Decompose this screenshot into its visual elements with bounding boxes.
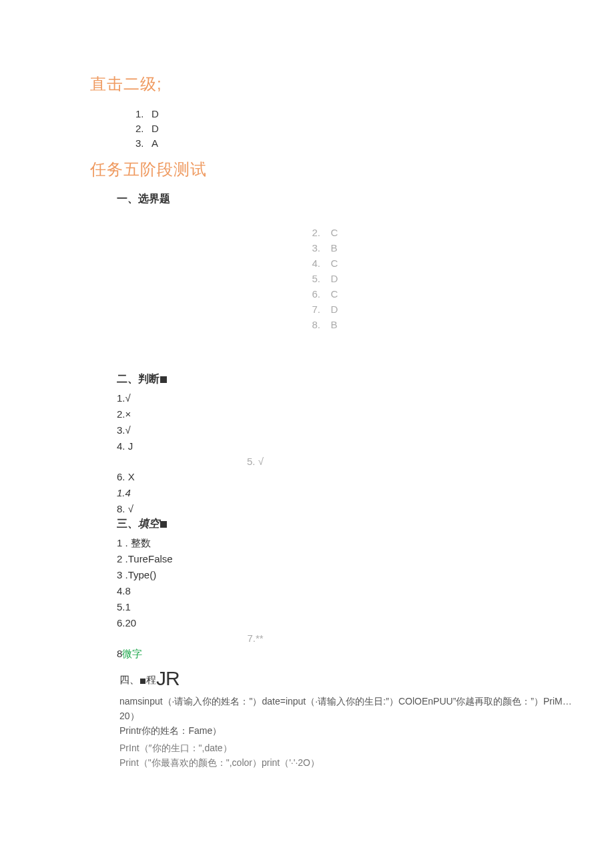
answer-row: 5.D (312, 271, 359, 286)
list-item: 2.D (135, 121, 581, 136)
answer-row: 6.C (312, 286, 359, 302)
judge-line: 1.4 (117, 485, 581, 501)
fill-line: 4.8 (117, 583, 581, 599)
judge-line: 2.× (117, 406, 581, 422)
part3-block: 三、填空 1 . 整数 2 .TureFalse 3 .Type() 4.8 5… (117, 517, 581, 631)
part2-block-cont: 6. X 1.4 8. √ (117, 469, 581, 517)
list-item: 1.D (135, 107, 581, 121)
part4-label: 四、程JR (119, 667, 581, 690)
answer-row: 7.D (312, 302, 359, 317)
section2-title: 任务五阶段测试 (90, 159, 581, 180)
answer-row: 2.C (312, 225, 359, 240)
section1-list: 1.D 2.D 3.A (90, 107, 581, 151)
judge-line: 1.√ (117, 390, 581, 406)
square-icon (160, 521, 167, 528)
part3-label: 三、填空 (117, 517, 581, 531)
judge-line-center: 5. √ (10, 454, 501, 469)
part1-label: 一、选界题 (117, 192, 581, 206)
code-line: PrInt（″你的生口：",date） (119, 741, 581, 755)
part2-label: 二、判断 (117, 372, 581, 386)
code-line: namsinput（·请谕入你的姓名："）date=input（·请输入你的生日… (119, 694, 581, 723)
section1-title: 直击二级; (90, 73, 581, 95)
part4-body: namsinput（·请谕入你的姓名："）date=input（·请输入你的生日… (119, 694, 581, 770)
part1-answers: 2.C 3.B 4.C 5.D 6.C 7.D 8.B (312, 225, 359, 332)
list-item: 3.A (135, 136, 581, 151)
answer-row: 3.B (312, 240, 359, 256)
fill-line: 5.1 (117, 599, 581, 615)
fill-line: 8微字 (117, 646, 581, 662)
part2-block: 二、判断 1.√ 2.× 3.√ 4. J (117, 372, 581, 454)
answer-row: 4.C (312, 256, 359, 271)
fill-line: 2 .TureFalse (117, 551, 581, 567)
code-line: Printr你的姓名：Fame） (119, 723, 581, 738)
fill-line: 3 .Type() (117, 567, 581, 583)
judge-line: 6. X (117, 469, 581, 485)
judge-line: 4. J (117, 438, 581, 454)
square-icon (160, 376, 167, 383)
part3-block-cont: 8微字 (117, 646, 581, 662)
answer-row: 8.B (312, 317, 359, 332)
code-line: Print（"你最喜欢的颜色：",color）print（'·'·2O） (119, 755, 581, 770)
fill-line: 6.20 (117, 615, 581, 631)
green-text: 微字 (122, 648, 142, 659)
judge-line: 3.√ (117, 422, 581, 438)
fill-line: 1 . 整数 (117, 535, 581, 551)
judge-line: 8. √ (117, 501, 581, 517)
fill-line-center: 7.** (10, 631, 501, 646)
square-icon (140, 679, 145, 684)
